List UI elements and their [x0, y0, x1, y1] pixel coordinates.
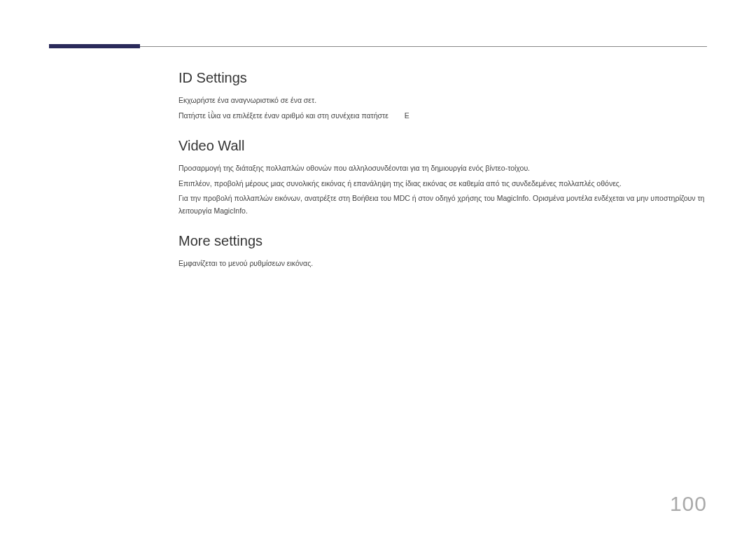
id-settings-heading: ID Settings	[178, 70, 707, 86]
video-wall-text-2: Επιπλέον, προβολή μέρους μιας συνολικής …	[178, 178, 707, 190]
id-settings-text-1: Εκχωρήστε ένα αναγνωριστικό σε ένα σετ.	[178, 94, 707, 107]
main-content: ID Settings Εκχωρήστε ένα αναγνωριστικό …	[178, 70, 707, 273]
top-rule	[49, 46, 707, 47]
accent-bar	[49, 44, 140, 48]
id-settings-text-2b: E	[405, 111, 410, 120]
id-settings-text-2a: Πατήστε ἰῢια να επιλέξετε έναν αριθμό κα…	[178, 111, 388, 120]
id-settings-text-2: Πατήστε ἰῢια να επιλέξετε έναν αριθμό κα…	[178, 110, 707, 122]
more-settings-heading: More settings	[178, 233, 707, 249]
video-wall-heading: Video Wall	[178, 138, 707, 154]
video-wall-text-3: Για την προβολή πολλαπλών εικόνων, ανατρ…	[178, 192, 707, 218]
more-settings-text-1: Εμφανίζεται το μενού ρυθμίσεων εικόνας.	[178, 258, 707, 270]
page-number: 100	[670, 492, 707, 516]
video-wall-text-1: Προσαρμογή της διάταξης πολλαπλών οθονών…	[178, 162, 707, 175]
